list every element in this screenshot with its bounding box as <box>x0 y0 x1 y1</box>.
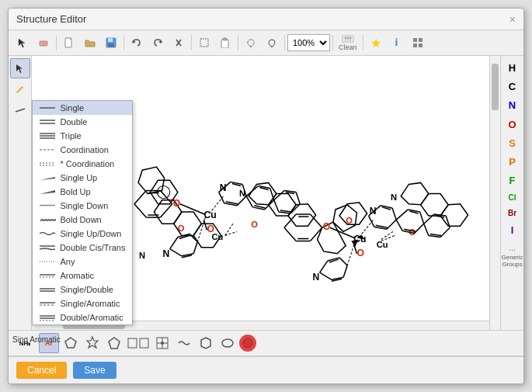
element-P[interactable]: P <box>502 154 523 171</box>
svg-rect-16 <box>413 38 417 42</box>
bond-coord2[interactable]: * Coordination <box>33 157 132 171</box>
svg-line-161 <box>415 224 424 233</box>
grid-button[interactable] <box>408 33 428 53</box>
svg-line-37 <box>49 205 52 206</box>
more-elements-button[interactable]: ... <box>509 243 516 252</box>
bond-tool-area: Single Double Triple Coordination <box>10 100 30 120</box>
template2-button[interactable] <box>152 333 172 353</box>
svg-rect-9 <box>221 40 228 48</box>
svg-rect-19 <box>419 43 422 47</box>
element-C[interactable]: C <box>502 78 523 95</box>
svg-line-152 <box>392 208 396 220</box>
element-N[interactable]: N <box>502 97 523 114</box>
element-H[interactable]: H <box>502 60 523 77</box>
chain-button[interactable] <box>174 333 194 353</box>
bond-any[interactable]: Any <box>33 255 132 269</box>
element-I[interactable]: I <box>502 222 523 239</box>
favorite-button[interactable]: ★ <box>366 33 386 53</box>
new-button[interactable] <box>59 33 79 53</box>
svg-line-125 <box>310 214 322 227</box>
bond-single-double-label: Single/Double <box>61 285 114 294</box>
generic-groups-label[interactable]: Generic Groups <box>502 254 523 269</box>
bond-single-updown[interactable]: Single Up/Down <box>33 227 132 241</box>
bond-aromatic[interactable]: Aromatic <box>33 269 132 283</box>
bond-dropdown: Single Double Triple Coordination <box>32 100 133 325</box>
bond-triple[interactable]: Triple <box>33 129 132 143</box>
cut-button[interactable] <box>169 33 189 53</box>
bond-single-down-label: Single Down <box>61 201 109 210</box>
separator-6 <box>332 35 333 50</box>
element-Cl[interactable]: Cl <box>502 191 523 205</box>
element-O[interactable]: O <box>502 116 523 134</box>
clean-button[interactable]: Clean <box>336 33 360 53</box>
arrow-tool[interactable] <box>10 58 30 78</box>
bond-single-up[interactable]: Single Up <box>33 171 132 185</box>
svg-line-118 <box>290 204 300 213</box>
bond-single-label: Single <box>61 103 85 113</box>
select-tool-button[interactable] <box>12 33 33 53</box>
save-button[interactable]: Save <box>73 362 116 379</box>
redo-button[interactable] <box>148 33 168 53</box>
svg-marker-32 <box>40 177 55 180</box>
footer: Cancel Save <box>9 356 523 383</box>
bond-bold-down[interactable]: Bold Down <box>33 213 132 227</box>
eraser-tool-button[interactable] <box>33 33 54 53</box>
bond-bold-up[interactable]: Bold Up <box>33 185 132 199</box>
lasso2-button[interactable] <box>262 33 282 53</box>
rect-select-button[interactable] <box>194 33 214 53</box>
svg-line-112 <box>246 196 252 207</box>
cyclohexane-button[interactable] <box>196 333 216 353</box>
pencil-tool[interactable] <box>10 79 30 99</box>
bond-bold-down-label: Bold Down <box>61 215 102 224</box>
close-button[interactable]: × <box>509 14 516 25</box>
save-file-button[interactable] <box>101 33 121 53</box>
bond-double-cistrans[interactable]: Double Cis/Trans <box>33 241 132 255</box>
svg-line-172 <box>436 216 444 217</box>
oval-ring-button[interactable] <box>217 333 238 353</box>
O-label-left: O <box>173 198 180 209</box>
svg-marker-33 <box>40 190 55 194</box>
svg-line-160 <box>420 212 424 224</box>
bond-tool[interactable] <box>10 100 30 120</box>
title-bar: Structure Editor × <box>9 9 523 30</box>
element-F[interactable]: F <box>502 172 523 189</box>
cancel-button[interactable]: Cancel <box>16 362 67 379</box>
svg-marker-174 <box>65 338 76 348</box>
v-scrollbar-thumb[interactable] <box>492 64 499 110</box>
lasso1-button[interactable] <box>241 33 261 53</box>
pentagon-button[interactable] <box>104 333 124 353</box>
element-Br[interactable]: Br <box>502 206 523 220</box>
svg-line-83 <box>134 191 146 204</box>
bond-coord1[interactable]: Coordination <box>33 143 132 157</box>
bond-single-down[interactable]: Single Down <box>33 199 132 213</box>
element-S[interactable]: S <box>502 135 523 152</box>
bond-double-aromatic[interactable]: Double/Aromatic <box>33 310 132 324</box>
clipboard-button[interactable] <box>215 33 235 53</box>
svg-line-41 <box>47 220 50 220</box>
svg-point-185 <box>243 338 252 348</box>
bond-single[interactable]: Single <box>33 101 132 115</box>
bond-single-double[interactable]: Single/Double <box>33 283 132 297</box>
separator-4 <box>238 35 238 50</box>
filled-ring-button[interactable] <box>239 335 256 352</box>
svg-line-115 <box>274 191 284 200</box>
svg-rect-177 <box>128 338 137 348</box>
vertical-scrollbar[interactable] <box>489 56 500 330</box>
bond-single-aromatic[interactable]: Single/Aromatic <box>33 297 132 310</box>
undo-button[interactable] <box>127 33 147 53</box>
benzene-star-button[interactable] <box>82 333 103 353</box>
open-button[interactable] <box>80 33 100 53</box>
svg-point-184 <box>222 339 233 347</box>
svg-line-39 <box>40 220 43 220</box>
svg-line-43 <box>53 220 56 220</box>
template1-button[interactable] <box>126 333 151 353</box>
svg-line-36 <box>46 205 49 206</box>
svg-line-35 <box>43 205 46 206</box>
separator-5 <box>284 35 285 50</box>
svg-rect-178 <box>140 338 148 348</box>
info-button[interactable]: i <box>387 33 407 53</box>
cyclopentane-button[interactable] <box>61 333 81 353</box>
svg-line-40 <box>43 220 47 220</box>
zoom-select[interactable]: 100% 50% 75% 150% 200% <box>287 34 330 51</box>
bond-double[interactable]: Double <box>33 115 132 129</box>
